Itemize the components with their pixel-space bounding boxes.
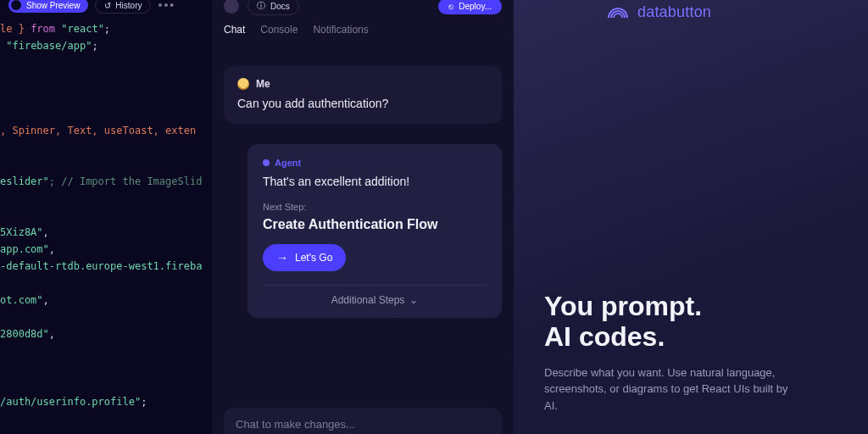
additional-steps-label: Additional Steps bbox=[331, 294, 405, 306]
brand[interactable]: databutton bbox=[607, 3, 711, 21]
show-preview-label: Show Preview bbox=[26, 1, 80, 10]
code-editor-panel: Show Preview ↺ History ••• le } from "re… bbox=[0, 0, 212, 434]
additional-steps-toggle[interactable]: Additional Steps ⌄ bbox=[263, 294, 487, 306]
rainbow-icon bbox=[607, 6, 629, 19]
chat-input-placeholder: Chat to make changes... bbox=[236, 418, 355, 431]
hero: You prompt. AI codes. Describe what you … bbox=[544, 292, 837, 414]
user-message-text: Can you add authentication? bbox=[237, 97, 488, 110]
docs-label: Docs bbox=[270, 2, 290, 11]
deploy-button[interactable]: ⎋ Deploy... bbox=[438, 0, 502, 14]
toggle-knob-icon bbox=[11, 0, 21, 10]
hero-line2: AI codes. bbox=[544, 321, 665, 352]
user-avatar[interactable] bbox=[224, 0, 239, 14]
brand-text: databutton bbox=[637, 3, 711, 21]
hero-sub: Describe what you want. Use natural lang… bbox=[544, 364, 798, 415]
message-agent: Agent That's an excellent addition! Next… bbox=[248, 144, 502, 318]
info-icon: ⓘ bbox=[257, 0, 265, 12]
agent-message-text: That's an excellent addition! bbox=[263, 175, 487, 188]
tab-notifications[interactable]: Notifications bbox=[313, 24, 368, 36]
tab-console[interactable]: Console bbox=[260, 24, 298, 36]
chat-topbar: ⓘ Docs ⎋ Deploy... bbox=[212, 0, 514, 17]
message-user: Me Can you add authentication? bbox=[224, 66, 502, 124]
docs-button[interactable]: ⓘ Docs bbox=[248, 0, 299, 15]
code-toolbar: Show Preview ↺ History ••• bbox=[0, 0, 212, 17]
arrow-right-icon: → bbox=[276, 251, 288, 264]
lets-go-label: Let's Go bbox=[295, 252, 332, 264]
chat-tabs: Chat Console Notifications bbox=[212, 17, 514, 44]
hero-line1: You prompt. bbox=[544, 291, 702, 321]
deploy-icon: ⎋ bbox=[448, 2, 453, 11]
agent-label-text: Agent bbox=[275, 158, 301, 168]
hero-heading: You prompt. AI codes. bbox=[544, 292, 837, 353]
tab-chat[interactable]: Chat bbox=[224, 24, 245, 36]
chat-panel: ⓘ Docs ⎋ Deploy... Chat Console Notifica… bbox=[212, 0, 514, 434]
next-step-title: Create Authentication Flow bbox=[263, 217, 487, 232]
next-step-label: Next Step: bbox=[263, 202, 487, 212]
divider bbox=[263, 285, 487, 286]
agent-dot-icon bbox=[263, 159, 270, 166]
deploy-label: Deploy... bbox=[459, 2, 492, 11]
chat-scroll[interactable]: Me Can you add authentication? Agent Tha… bbox=[212, 44, 514, 434]
user-emoji-icon bbox=[237, 78, 249, 90]
history-button[interactable]: ↺ History bbox=[95, 0, 151, 14]
lets-go-button[interactable]: → Let's Go bbox=[263, 244, 346, 271]
history-icon: ↺ bbox=[104, 1, 111, 10]
chevron-down-icon: ⌄ bbox=[409, 294, 418, 306]
history-label: History bbox=[115, 1, 142, 10]
code-body[interactable]: le } from "react"; "firebase/app"; , Spi… bbox=[0, 17, 212, 410]
more-menu-button[interactable]: ••• bbox=[158, 0, 175, 12]
user-name: Me bbox=[256, 78, 270, 90]
chat-input[interactable]: Chat to make changes... bbox=[224, 408, 502, 434]
show-preview-toggle[interactable]: Show Preview bbox=[8, 0, 88, 13]
marketing-panel: databutton You prompt. AI codes. Describ… bbox=[514, 0, 868, 434]
